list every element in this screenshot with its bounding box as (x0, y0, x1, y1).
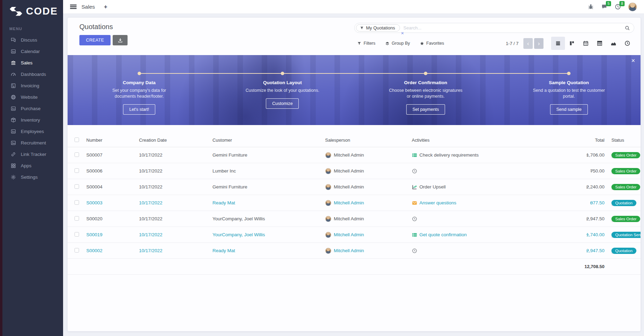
onboarding-step-quotation-layout: Quotation LayoutCustomize the look of yo… (211, 80, 354, 125)
step-action-button[interactable]: Send sample (550, 104, 588, 115)
activity-chart-up-icon[interactable] (412, 184, 417, 190)
cell-customer: YourCompany, Joel Willis (212, 216, 325, 221)
messages-icon[interactable]: 5 (601, 3, 608, 10)
view-kanban-button[interactable] (565, 37, 579, 50)
activity-list-check-icon[interactable] (412, 232, 417, 238)
row-checkbox[interactable] (75, 168, 79, 173)
debug-bug-icon[interactable] (588, 3, 594, 10)
export-button[interactable] (113, 35, 128, 45)
sidebar-item-recruitment[interactable]: Recruitment (2, 137, 63, 149)
salesperson-avatar (325, 216, 331, 222)
cell-activities: Answer questions (412, 200, 553, 206)
step-action-button[interactable]: Let's start! (123, 104, 155, 115)
cell-number: S00003 (86, 200, 139, 205)
row-checkbox[interactable] (75, 152, 79, 157)
cell-salesperson: Mitchell Admin (325, 168, 412, 174)
select-all-checkbox[interactable] (75, 138, 79, 142)
sidebar-item-dashboards[interactable]: Dashboards (2, 69, 63, 80)
row-checkbox[interactable] (75, 216, 79, 221)
image-icon (10, 129, 16, 134)
table-header-row: Number Creation Date Customer Salesperso… (68, 133, 641, 147)
view-activity-button[interactable] (620, 37, 634, 50)
step-description: Send a quotation to test the customer po… (532, 88, 606, 99)
star-icon (420, 41, 424, 46)
view-graph-button[interactable] (607, 37, 620, 50)
table-row[interactable]: S0001910/17/2022YourCompany, Joel Willis… (68, 227, 641, 243)
create-button[interactable]: CREATE (79, 35, 111, 45)
current-app-name[interactable]: Sales (81, 4, 95, 10)
cell-number: S00019 (86, 232, 139, 237)
row-checkbox[interactable] (75, 200, 79, 205)
column-header-activities[interactable]: Activities (412, 138, 553, 143)
cell-customer: YourCompany, Joel Willis (212, 232, 325, 237)
cell-customer: Gemini Furniture (212, 184, 325, 189)
pager-previous-button[interactable]: ‹ (523, 38, 533, 49)
cell-total: 750.00 (553, 168, 605, 174)
row-checkbox[interactable] (75, 232, 79, 237)
step-action-button[interactable]: Set payments (406, 104, 445, 115)
step-action-button[interactable]: Customize (266, 98, 299, 109)
column-header-customer[interactable]: Customer (212, 138, 325, 143)
column-header-salesperson[interactable]: Salesperson (325, 138, 412, 143)
activity-label: Check delivery requirements (419, 152, 479, 158)
table-row[interactable]: S0000210/17/2022Ready MatMitchell Admin2… (68, 243, 641, 259)
cell-creation-date: 10/17/2022 (139, 200, 212, 205)
sidebar-item-website[interactable]: Website (2, 91, 63, 103)
search-placeholder: Search... (403, 25, 421, 30)
new-tab-button[interactable]: + (104, 3, 107, 10)
user-avatar[interactable] (628, 2, 637, 11)
sidebar-item-calendar[interactable]: Calendar (2, 46, 63, 57)
app-logo[interactable]: CODE (2, 0, 63, 17)
activity-clock-icon[interactable] (412, 168, 417, 174)
table-row[interactable]: S0000610/17/2022Lumber IncMitchell Admin… (68, 163, 641, 179)
sidebar-item-sales[interactable]: Sales (2, 57, 63, 69)
sidebar-item-employees[interactable]: Employees (2, 126, 63, 137)
quotations-panel: Quotations CREATE My Quotations × (68, 18, 641, 331)
favorites-label: Favorites (426, 41, 444, 46)
activity-clock-icon[interactable] (412, 248, 417, 254)
group-by-button[interactable]: Group By (385, 41, 410, 46)
table-body: S0000710/17/2022Gemini FurnitureMitchell… (68, 147, 641, 259)
favorites-button[interactable]: Favorites (420, 41, 444, 46)
activity-clock-icon[interactable] (412, 216, 417, 222)
table-row[interactable]: S0000310/17/2022Ready MatMitchell AdminA… (68, 195, 641, 211)
remove-facet-icon[interactable]: × (401, 30, 404, 36)
cell-customer: Ready Mat (212, 248, 325, 253)
view-calendar-button[interactable] (579, 37, 593, 50)
row-select-cell (75, 232, 86, 238)
table-row[interactable]: S0002010/17/2022YourCompany, Joel Willis… (68, 211, 641, 227)
view-pivot-button[interactable] (593, 37, 607, 50)
search-bar[interactable]: My Quotations × Search... (354, 23, 634, 33)
sidebar-item-invoicing[interactable]: $Invoicing (2, 80, 63, 91)
activity-envelope-icon[interactable] (412, 200, 417, 206)
column-header-number[interactable]: Number (86, 138, 139, 143)
search-icon[interactable] (625, 25, 630, 31)
step-title: Sample Quotation (497, 80, 641, 85)
search-controls: Filters Group By Favorites (354, 37, 634, 50)
sidebar-item-apps[interactable]: Apps (2, 160, 63, 171)
search-facet-my-quotations[interactable]: My Quotations × (356, 24, 400, 32)
step-dot (138, 72, 141, 75)
activities-icon[interactable]: 8 (615, 3, 621, 10)
sidebar-item-discuss[interactable]: Discuss (2, 34, 63, 46)
status-badge: Sales Order (611, 152, 640, 158)
cell-creation-date: 10/17/2022 (139, 232, 212, 237)
salesperson-avatar (325, 232, 331, 238)
sidebar-item-settings[interactable]: Settings (2, 171, 63, 183)
row-checkbox[interactable] (75, 248, 79, 253)
column-header-creation-date[interactable]: Creation Date (139, 138, 212, 143)
pager-next-button[interactable]: › (534, 38, 543, 49)
sidebar-item-link-tracker[interactable]: Link Tracker (2, 149, 63, 160)
table-row[interactable]: S0000710/17/2022Gemini FurnitureMitchell… (68, 147, 641, 163)
menu-toggle-icon[interactable] (70, 5, 77, 9)
view-list-button[interactable] (551, 37, 565, 50)
column-header-status[interactable]: Status (611, 138, 641, 143)
filters-button[interactable]: Filters (357, 41, 375, 46)
activity-list-check-icon[interactable] (412, 152, 417, 158)
column-header-total[interactable]: Total (553, 138, 605, 143)
sidebar-item-inventory[interactable]: Inventory (2, 114, 63, 126)
table-row[interactable]: S0000410/17/2022Gemini FurnitureMitchell… (68, 179, 641, 195)
sidebar-item-purchase[interactable]: Purchase (2, 103, 63, 114)
cell-activities: Get quote confirmation (412, 232, 553, 238)
row-checkbox[interactable] (75, 184, 79, 189)
